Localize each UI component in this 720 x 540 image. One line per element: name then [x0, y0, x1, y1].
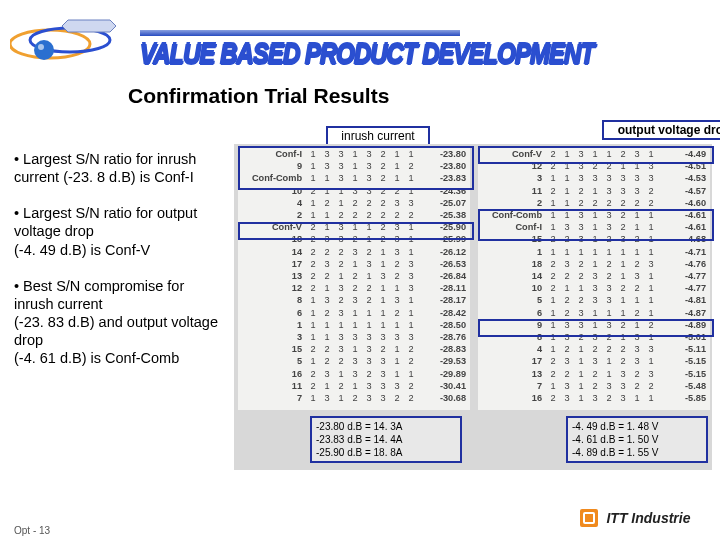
slide-number: Opt - 13: [14, 525, 50, 536]
table-row: Conf-V21311231-4.49: [478, 148, 710, 160]
table-row: 1221322113-28.11: [238, 282, 470, 294]
header: VALUE BASED PRODUCT DEVELOPMENT: [0, 18, 720, 76]
table-row: Conf-I13313211-23.80: [238, 148, 470, 160]
bullet-1: • Largest S/N ratio for inrush current (…: [14, 150, 224, 186]
table-inrush: Conf-I13313211-23.80913313212-23.80Conf-…: [238, 148, 470, 410]
table-row: Conf-V21311231-25.90: [238, 221, 470, 233]
bullet-2: • Largest S/N ratio for output voltage d…: [14, 204, 224, 258]
bullet-3: • Best S/N compromise for inrush current…: [14, 277, 224, 368]
table-row: 1422232131-26.12: [238, 246, 470, 258]
table-backdrop: Conf-I13313211-23.80913313212-23.80Conf-…: [234, 144, 712, 470]
table-row: 111111111-28.50: [238, 319, 470, 331]
info-box-inrush: -23.80 d.B = 14. 3A-23.83 d.B = 14. 4A-2…: [310, 416, 462, 463]
table-row: 913313212-4.89: [478, 319, 710, 331]
table-row: 211222222-25.38: [238, 209, 470, 221]
table-row: 713123322-30.68: [238, 392, 470, 404]
table-row: 1322121323-26.84: [238, 270, 470, 282]
table-row: 111111111-4.71: [478, 246, 710, 258]
label-output-voltage-drop: output voltage drop: [602, 120, 720, 140]
table-row: 1522313212-28.83: [238, 343, 470, 355]
corner-logo: [10, 14, 130, 72]
table-row: Conf-Comb11313211-4.61: [478, 209, 710, 221]
table-row: 1623132311-29.89: [238, 368, 470, 380]
page-title: Confirmation Trial Results: [128, 84, 389, 108]
table-row: 512233312-29.53: [238, 355, 470, 367]
info-line: -25.90 d.B = 18. 8A: [316, 446, 456, 459]
table-row: 1723131231-5.15: [478, 355, 710, 367]
table-row: 311333333-4.53: [478, 172, 710, 184]
table-row: 612311121-4.87: [478, 307, 710, 319]
table-row: 612311121-28.42: [238, 307, 470, 319]
label-inrush-current: inrush current: [326, 126, 430, 146]
footer-brand: ITT Industrie: [580, 508, 710, 532]
table-row: 1121213332-30.41: [238, 380, 470, 392]
table-row: 813232131-28.17: [238, 294, 470, 306]
bullet-list: • Largest S/N ratio for inrush current (…: [14, 150, 224, 385]
table-row: 211222222-4.60: [478, 197, 710, 209]
table-row: 1723213123-26.53: [238, 258, 470, 270]
table-row: 412122233-5.11: [478, 343, 710, 355]
table-row: 311333333-28.76: [238, 331, 470, 343]
info-line: -4. 61 d.B = 1. 50 V: [572, 433, 702, 446]
table-output: Conf-V21311231-4.491221322113-4.51311333…: [478, 148, 710, 410]
table-row: 713123322-5.48: [478, 380, 710, 392]
table-row: 512233111-4.81: [478, 294, 710, 306]
info-box-output: -4. 49 d.B = 1. 48 V-4. 61 d.B = 1. 50 V…: [566, 416, 708, 463]
table-row: 1221322113-4.51: [478, 160, 710, 172]
table-row: Conf-I13313211-4.61: [478, 221, 710, 233]
table-row: 1422232131-4.77: [478, 270, 710, 282]
brand-icon: [580, 509, 598, 527]
table-row: 1021133221-24.36: [238, 185, 470, 197]
table-row: 412122233-25.07: [238, 197, 470, 209]
table-row: Conf-Comb11313211-23.83: [238, 172, 470, 184]
table-row: 813232131-5.01: [478, 331, 710, 343]
brand-text: ITT Industrie: [606, 510, 690, 526]
table-row: 1322121323-5.15: [478, 368, 710, 380]
banner-rule: [140, 30, 460, 36]
info-line: -23.80 d.B = 14. 3A: [316, 420, 456, 433]
table-row: 1823212123-4.76: [478, 258, 710, 270]
table-row: 913313212-23.80: [238, 160, 470, 172]
info-line: -4. 89 d.B = 1. 55 V: [572, 446, 702, 459]
table-row: 1623132311-5.85: [478, 392, 710, 404]
banner-text: VALUE BASED PRODUCT DEVELOPMENT: [140, 37, 594, 71]
table-row: 1823321231-25.99: [238, 233, 470, 245]
table-row: 1021133221-4.77: [478, 282, 710, 294]
table-row: 1522312321-4.68: [478, 233, 710, 245]
info-line: -4. 49 d.B = 1. 48 V: [572, 420, 702, 433]
svg-point-3: [38, 44, 44, 50]
svg-point-2: [34, 40, 54, 60]
info-line: -23.83 d.B = 14. 4A: [316, 433, 456, 446]
table-row: 1121213332-4.57: [478, 185, 710, 197]
